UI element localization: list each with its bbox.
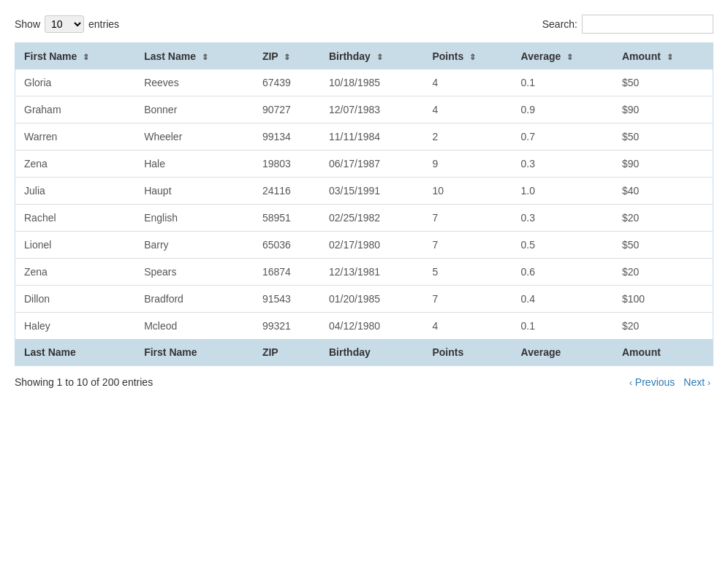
footer-col-amount[interactable]: Amount: [613, 339, 713, 366]
chevron-left-icon: ‹: [629, 378, 632, 388]
cell-last_name: Mcleod: [135, 313, 254, 340]
sort-icon-zip: ⇕: [284, 53, 290, 62]
header-row: First Name ⇕ Last Name ⇕ ZIP ⇕ Birthday …: [15, 43, 713, 70]
footer-col-first-name[interactable]: First Name: [135, 339, 254, 366]
cell-first_name: Zena: [15, 259, 136, 286]
cell-zip: 99321: [254, 313, 320, 340]
table-row: ZenaHale1980306/17/198790.3$90: [15, 151, 713, 178]
cell-first_name: Lionel: [15, 232, 136, 259]
cell-last_name: Wheeler: [135, 123, 254, 151]
next-button[interactable]: Next ›: [680, 375, 713, 389]
cell-average: 0.1: [512, 313, 613, 340]
cell-first_name: Graham: [15, 96, 136, 123]
table-row: RachelEnglish5895102/25/198270.3$20: [15, 205, 713, 232]
cell-first_name: Warren: [15, 123, 136, 151]
cell-zip: 58951: [254, 205, 320, 232]
cell-birthday: 02/25/1982: [320, 205, 423, 232]
table-row: GloriaReeves6743910/18/198540.1$50: [15, 69, 713, 96]
cell-birthday: 12/07/1983: [320, 96, 423, 123]
col-last-name[interactable]: Last Name ⇕: [135, 43, 254, 70]
cell-first_name: Haley: [15, 313, 136, 340]
cell-birthday: 02/17/1980: [320, 232, 423, 259]
footer-col-points[interactable]: Points: [423, 339, 512, 366]
cell-birthday: 01/20/1985: [320, 286, 423, 313]
cell-amount: $20: [613, 205, 713, 232]
sort-icon-average: ⇕: [566, 53, 573, 62]
bottom-controls: Showing 1 to 10 of 200 entries ‹ Previou…: [15, 375, 713, 389]
chevron-right-icon: ›: [708, 378, 710, 388]
table-row: ZenaSpears1687412/13/198150.6$20: [15, 259, 713, 286]
cell-zip: 91543: [254, 286, 320, 313]
table-row: HaleyMcleod9932104/12/198040.1$20: [15, 313, 713, 340]
cell-average: 0.6: [512, 259, 613, 286]
col-amount[interactable]: Amount ⇕: [613, 43, 713, 70]
previous-label[interactable]: Previous: [635, 376, 675, 388]
search-control: Search:: [542, 15, 713, 34]
cell-zip: 90727: [254, 96, 320, 123]
cell-last_name: Bradford: [135, 286, 254, 313]
previous-button[interactable]: ‹ Previous: [626, 375, 678, 389]
cell-first_name: Gloria: [15, 69, 136, 96]
cell-amount: $50: [613, 232, 713, 259]
cell-points: 2: [423, 123, 512, 151]
cell-birthday: 11/11/1984: [320, 123, 423, 151]
entries-label: entries: [88, 18, 119, 30]
cell-amount: $50: [613, 69, 713, 96]
col-zip[interactable]: ZIP ⇕: [254, 43, 320, 70]
cell-first_name: Rachel: [15, 205, 136, 232]
cell-average: 0.9: [512, 96, 613, 123]
cell-birthday: 06/17/1987: [320, 151, 423, 178]
footer-col-zip[interactable]: ZIP: [254, 339, 320, 366]
cell-points: 4: [423, 313, 512, 340]
col-first-name[interactable]: First Name ⇕: [15, 43, 136, 70]
cell-points: 7: [423, 232, 512, 259]
cell-points: 7: [423, 205, 512, 232]
sort-icon-points: ⇕: [469, 53, 476, 62]
cell-first_name: Dillon: [15, 286, 136, 313]
footer-col-birthday[interactable]: Birthday: [320, 339, 423, 366]
col-average[interactable]: Average ⇕: [512, 43, 613, 70]
next-label[interactable]: Next: [683, 376, 705, 388]
cell-average: 0.7: [512, 123, 613, 151]
entries-select[interactable]: 10 25 50 100: [45, 15, 84, 33]
show-label: Show: [15, 18, 40, 30]
col-points[interactable]: Points ⇕: [423, 43, 512, 70]
table-footer: Last Name First Name ZIP Birthday Points…: [15, 339, 713, 366]
show-entries: Show 10 25 50 100 entries: [15, 15, 119, 33]
cell-average: 1.0: [512, 178, 613, 205]
cell-points: 7: [423, 286, 512, 313]
sort-icon-birthday: ⇕: [376, 53, 383, 62]
col-birthday[interactable]: Birthday ⇕: [320, 43, 423, 70]
cell-average: 0.1: [512, 69, 613, 96]
cell-average: 0.3: [512, 151, 613, 178]
cell-points: 4: [423, 69, 512, 96]
cell-zip: 65036: [254, 232, 320, 259]
cell-points: 5: [423, 259, 512, 286]
cell-last_name: English: [135, 205, 254, 232]
sort-icon-last-name: ⇕: [202, 53, 208, 62]
search-input[interactable]: [582, 15, 713, 34]
cell-last_name: Haupt: [135, 178, 254, 205]
footer-row: Last Name First Name ZIP Birthday Points…: [15, 339, 713, 366]
cell-zip: 19803: [254, 151, 320, 178]
table-row: GrahamBonner9072712/07/198340.9$90: [15, 96, 713, 123]
cell-amount: $90: [613, 151, 713, 178]
cell-points: 9: [423, 151, 512, 178]
cell-points: 10: [423, 178, 512, 205]
cell-zip: 16874: [254, 259, 320, 286]
sort-icon-amount: ⇕: [667, 53, 673, 62]
cell-first_name: Julia: [15, 178, 136, 205]
table-body: GloriaReeves6743910/18/198540.1$50Graham…: [15, 69, 713, 339]
cell-last_name: Bonner: [135, 96, 254, 123]
cell-birthday: 04/12/1980: [320, 313, 423, 340]
footer-col-average[interactable]: Average: [512, 339, 613, 366]
table-row: WarrenWheeler9913411/11/198420.7$50: [15, 123, 713, 151]
cell-average: 0.4: [512, 286, 613, 313]
table-row: LionelBarry6503602/17/198070.5$50: [15, 232, 713, 259]
footer-col-last-name[interactable]: Last Name: [15, 339, 136, 366]
pagination: ‹ Previous Next ›: [626, 375, 713, 389]
status-text: Showing 1 to 10 of 200 entries: [15, 376, 153, 388]
cell-last_name: Barry: [135, 232, 254, 259]
cell-points: 4: [423, 96, 512, 123]
cell-zip: 67439: [254, 69, 320, 96]
